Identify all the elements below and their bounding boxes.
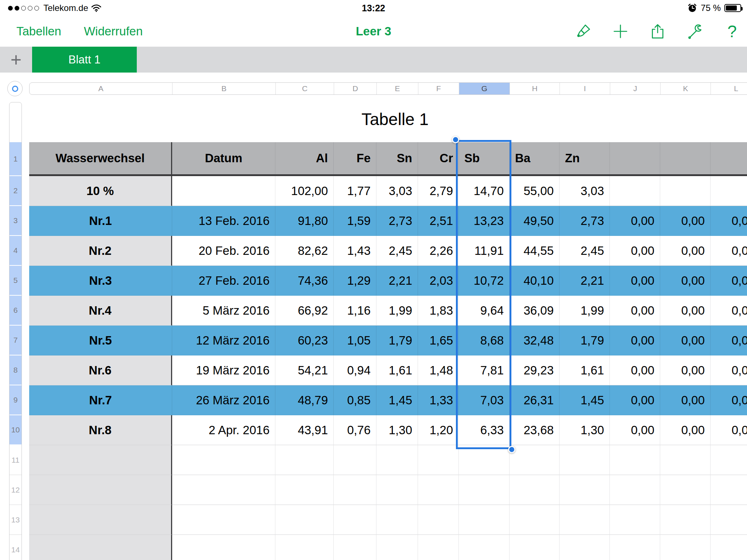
cell-B1[interactable]: Datum (172, 142, 275, 174)
cell-I13[interactable] (560, 505, 610, 535)
row-header-14[interactable]: 14 (9, 535, 22, 560)
cell-F9[interactable]: 1,33 (418, 385, 459, 415)
cell-L8[interactable]: 0,00 (711, 355, 747, 385)
cell-A10[interactable]: Nr.8 (29, 415, 172, 445)
cell-D14[interactable] (334, 535, 376, 560)
cell-I6[interactable]: 1,99 (560, 296, 610, 326)
column-header-H[interactable]: H (510, 83, 560, 94)
cell-J6[interactable]: 0,00 (610, 296, 660, 326)
cell-G14[interactable] (459, 535, 510, 560)
cell-F3[interactable]: 2,51 (418, 206, 459, 236)
cell-J10[interactable]: 0,00 (610, 415, 660, 445)
table-origin-handle[interactable] (7, 81, 23, 96)
cell-I12[interactable] (560, 475, 610, 505)
cell-H10[interactable]: 23,68 (510, 415, 560, 445)
cell-B5[interactable]: 27 Feb. 2016 (172, 266, 275, 296)
cell-B2[interactable] (172, 176, 275, 206)
cell-L13[interactable] (711, 505, 747, 535)
cell-G1[interactable]: Sb (459, 142, 510, 174)
cell-C14[interactable] (275, 535, 334, 560)
cell-I1[interactable]: Zn (560, 142, 610, 174)
cell-K5[interactable]: 0,00 (660, 266, 711, 296)
cell-K6[interactable]: 0,00 (660, 296, 711, 326)
cell-K13[interactable] (660, 505, 711, 535)
row-header-6[interactable]: 6 (9, 296, 22, 326)
cell-K7[interactable]: 0,00 (660, 326, 711, 355)
cell-F13[interactable] (418, 505, 459, 535)
cell-B6[interactable]: 5 März 2016 (172, 296, 275, 326)
cell-F14[interactable] (418, 535, 459, 560)
cell-E11[interactable] (376, 445, 418, 475)
cell-H11[interactable] (510, 445, 560, 475)
cell-B3[interactable]: 13 Feb. 2016 (172, 206, 275, 236)
cell-C4[interactable]: 82,62 (275, 236, 334, 266)
cell-E3[interactable]: 2,73 (376, 206, 418, 236)
cell-C7[interactable]: 60,23 (275, 326, 334, 355)
cell-A8[interactable]: Nr.6 (29, 355, 172, 385)
cell-D2[interactable]: 1,77 (334, 176, 376, 206)
cell-B10[interactable]: 2 Apr. 2016 (172, 415, 275, 445)
add-icon[interactable] (612, 23, 629, 40)
row-header-9[interactable]: 9 (9, 385, 22, 415)
cell-C3[interactable]: 91,80 (275, 206, 334, 236)
cell-L1[interactable] (711, 142, 747, 174)
cell-E10[interactable]: 1,30 (376, 415, 418, 445)
cell-D12[interactable] (334, 475, 376, 505)
add-sheet-button[interactable]: + (0, 47, 32, 73)
column-header-C[interactable]: C (276, 83, 334, 94)
row-header-11[interactable]: 11 (9, 445, 22, 475)
cell-H12[interactable] (510, 475, 560, 505)
cell-K8[interactable]: 0,00 (660, 355, 711, 385)
cell-L6[interactable]: 0,00 (711, 296, 747, 326)
cell-C11[interactable] (275, 445, 334, 475)
cell-D8[interactable]: 0,94 (334, 355, 376, 385)
cell-F12[interactable] (418, 475, 459, 505)
cell-H3[interactable]: 49,50 (510, 206, 560, 236)
cell-K12[interactable] (660, 475, 711, 505)
cell-B9[interactable]: 26 März 2016 (172, 385, 275, 415)
cell-K1[interactable] (660, 142, 711, 174)
cell-J9[interactable]: 0,00 (610, 385, 660, 415)
table-title[interactable]: Tabelle 1 (29, 109, 747, 129)
cell-L4[interactable]: 0,00 (711, 236, 747, 266)
cell-L5[interactable]: 0,00 (711, 266, 747, 296)
cell-E7[interactable]: 1,79 (376, 326, 418, 355)
cell-I7[interactable]: 1,79 (560, 326, 610, 355)
cell-G7[interactable]: 8,68 (459, 326, 510, 355)
cell-H4[interactable]: 44,55 (510, 236, 560, 266)
cell-G9[interactable]: 7,03 (459, 385, 510, 415)
cell-E2[interactable]: 3,03 (376, 176, 418, 206)
cell-K4[interactable]: 0,00 (660, 236, 711, 266)
cell-J14[interactable] (610, 535, 660, 560)
cell-F10[interactable]: 1,20 (418, 415, 459, 445)
cell-I11[interactable] (560, 445, 610, 475)
cell-D6[interactable]: 1,16 (334, 296, 376, 326)
cell-B8[interactable]: 19 März 2016 (172, 355, 275, 385)
cell-D13[interactable] (334, 505, 376, 535)
cell-L2[interactable] (711, 176, 747, 206)
cell-E13[interactable] (376, 505, 418, 535)
cell-C13[interactable] (275, 505, 334, 535)
cell-C5[interactable]: 74,36 (275, 266, 334, 296)
cell-E12[interactable] (376, 475, 418, 505)
format-paintbrush-icon[interactable] (575, 23, 592, 40)
cell-D5[interactable]: 1,29 (334, 266, 376, 296)
cell-C2[interactable]: 102,00 (275, 176, 334, 206)
row-header-4[interactable]: 4 (9, 236, 22, 266)
cell-G13[interactable] (459, 505, 510, 535)
cell-E5[interactable]: 2,21 (376, 266, 418, 296)
cell-D7[interactable]: 1,05 (334, 326, 376, 355)
row-header-8[interactable]: 8 (9, 355, 22, 385)
cell-F4[interactable]: 2,26 (418, 236, 459, 266)
cell-L11[interactable] (711, 445, 747, 475)
cell-G2[interactable]: 14,70 (459, 176, 510, 206)
cell-A13[interactable] (29, 505, 172, 535)
cell-L3[interactable]: 0,00 (711, 206, 747, 236)
cell-F7[interactable]: 1,65 (418, 326, 459, 355)
cell-A4[interactable]: Nr.2 (29, 236, 172, 266)
cell-K14[interactable] (660, 535, 711, 560)
cell-G10[interactable]: 6,33 (459, 415, 510, 445)
cell-E1[interactable]: Sn (376, 142, 418, 174)
cell-I2[interactable]: 3,03 (560, 176, 610, 206)
cell-B13[interactable] (172, 505, 275, 535)
